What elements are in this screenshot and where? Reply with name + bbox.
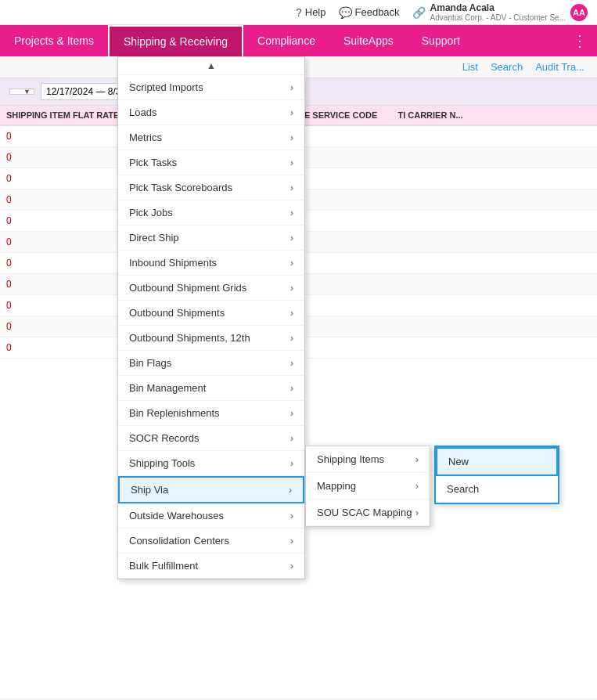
- menu-item-outboundshipments[interactable]: Outbound Shipments›: [118, 301, 304, 326]
- menu-item-binreplenishments[interactable]: Bin Replenishments›: [118, 401, 304, 426]
- submenu-item-shippingitems[interactable]: Shipping Items›: [306, 446, 430, 473]
- menu-item-bulkfulfillment[interactable]: Bulk Fulfillment›: [118, 554, 304, 579]
- chevron-right-icon: ›: [290, 358, 293, 369]
- menu-item-label: Inbound Shipments: [129, 257, 217, 269]
- submenu-item-label: SOU SCAC Mapping: [317, 507, 412, 518]
- sidebar-item-suiteapps[interactable]: SuiteApps: [329, 25, 408, 56]
- submenu-shipping-items: NewSearch: [434, 446, 559, 504]
- submenu3-item-new[interactable]: New: [436, 447, 558, 476]
- cell-flat-rate: 0: [0, 256, 117, 270]
- sidebar-item-support[interactable]: Support: [408, 25, 474, 56]
- search-link[interactable]: Search: [491, 61, 523, 73]
- cell-flat-rate: 0: [0, 298, 117, 312]
- menu-item-inboundshipments[interactable]: Inbound Shipments›: [118, 251, 304, 276]
- chevron-right-icon: ›: [290, 182, 293, 193]
- chevron-right-icon: ›: [290, 107, 293, 118]
- menu-item-label: Outbound Shipments: [129, 307, 225, 319]
- menu-item-label: Pick Jobs: [129, 207, 173, 218]
- chevron-right-icon: ›: [289, 485, 292, 496]
- menu-item-picktasks[interactable]: Pick Tasks›: [118, 150, 304, 175]
- chevron-right-icon: ›: [290, 233, 293, 244]
- sidebar-item-projects-items[interactable]: Projects & Items: [0, 25, 108, 56]
- chevron-right-icon: ›: [290, 561, 293, 572]
- cell-flat-rate: 0: [0, 277, 117, 291]
- col-header-carrier-n: TI CARRIER N...: [391, 110, 485, 120]
- menu-item-consolidationcenters[interactable]: Consolidation Centers›: [118, 529, 304, 554]
- menu-item-loads[interactable]: Loads›: [118, 100, 304, 125]
- user-info: 🔗 Amanda Acala Advantus Corp. - ADV - Cu…: [412, 2, 588, 22]
- chevron-right-icon: ›: [415, 507, 419, 518]
- chevron-right-icon: ›: [290, 458, 293, 469]
- help-icon: ?: [296, 6, 302, 19]
- menu-item-label: Pick Task Scoreboards: [129, 182, 232, 193]
- chevron-right-icon: ›: [290, 433, 293, 444]
- submenu-item-label: Mapping: [317, 480, 356, 492]
- menu-item-socrrecords[interactable]: SOCR Records›: [118, 426, 304, 451]
- avatar: AA: [570, 4, 588, 21]
- cell-flat-rate: 0: [0, 319, 117, 334]
- sidebar-item-shipping-receiving[interactable]: Shipping & Receiving: [108, 25, 243, 56]
- submenu-item-label: Shipping Items: [317, 453, 384, 465]
- menu-item-label: Scripted Imports: [129, 81, 203, 93]
- user-connect-icon: 🔗: [412, 6, 426, 19]
- menu-item-label: Bin Flags: [129, 357, 171, 369]
- menu-item-binmanagement[interactable]: Bin Management›: [118, 376, 304, 401]
- user-name: Amanda Acala: [430, 2, 566, 13]
- submenu3-item-label: Search: [447, 483, 479, 495]
- menu-item-binflags[interactable]: Bin Flags›: [118, 351, 304, 376]
- cell-carrier-n: [383, 135, 477, 138]
- menu-item-label: Bin Replenishments: [129, 407, 220, 419]
- sidebar-item-compliance[interactable]: Compliance: [243, 25, 329, 56]
- menu-item-metrics[interactable]: Metrics›: [118, 125, 304, 150]
- menu-item-label: Outbound Shipment Grids: [129, 282, 246, 294]
- cell-carrier-n: [383, 198, 477, 201]
- chevron-right-icon: ›: [290, 132, 293, 143]
- menu-item-picktaskscoreboards[interactable]: Pick Task Scoreboards›: [118, 175, 304, 200]
- feedback-icon: 💬: [339, 6, 352, 19]
- list-link[interactable]: List: [462, 61, 478, 73]
- help-button[interactable]: ? Help: [296, 6, 326, 19]
- menu-item-label: Metrics: [129, 132, 162, 143]
- audit-trail-link[interactable]: Audit Tra...: [535, 61, 584, 73]
- feedback-button[interactable]: 💬 Feedback: [339, 6, 400, 19]
- cell-carrier-n: [383, 325, 477, 328]
- menu-item-directship[interactable]: Direct Ship›: [118, 226, 304, 251]
- chevron-right-icon: ›: [290, 308, 293, 319]
- menu-arrow-up: ▲: [118, 57, 304, 75]
- cell-carrier-n: [383, 240, 477, 244]
- chevron-right-icon: ›: [290, 207, 293, 218]
- user-subtitle: Advantus Corp. - ADV - Customer Se...: [430, 13, 566, 22]
- top-bar: ? Help 💬 Feedback 🔗 Amanda Acala Advantu…: [0, 0, 597, 25]
- menu-item-shipvia[interactable]: Ship Via›: [118, 476, 304, 503]
- chevron-right-icon: ›: [290, 283, 293, 294]
- submenu3-item-search[interactable]: Search: [436, 476, 558, 503]
- cell-carrier-n: [383, 219, 477, 222]
- nav-more-button[interactable]: ⋮: [563, 25, 597, 56]
- menu-item-label: Bulk Fulfillment: [129, 560, 198, 572]
- cell-carrier-n: [383, 304, 477, 307]
- menu-item-outboundshipmentgrids[interactable]: Outbound Shipment Grids›: [118, 276, 304, 301]
- menu-item-pickjobs[interactable]: Pick Jobs›: [118, 200, 304, 226]
- user-details: Amanda Acala Advantus Corp. - ADV - Cust…: [430, 2, 566, 22]
- menu-item-label: Loads: [129, 106, 156, 118]
- menu-item-label: Pick Tasks: [129, 157, 177, 168]
- menu-item-label: Ship Via: [131, 484, 168, 496]
- menu-item-label: Outbound Shipments, 12th: [129, 332, 250, 344]
- menu-item-outboundshipments,12th[interactable]: Outbound Shipments, 12th›: [118, 326, 304, 351]
- cell-flat-rate: 0: [0, 193, 117, 207]
- submenu-item-mapping[interactable]: Mapping›: [306, 473, 430, 500]
- filter-dropdown[interactable]: [9, 88, 34, 95]
- feedback-label: Feedback: [355, 6, 400, 18]
- cell-flat-rate: 0: [0, 129, 117, 143]
- chevron-right-icon: ›: [290, 383, 293, 394]
- menu-item-scriptedimports[interactable]: Scripted Imports›: [118, 75, 304, 100]
- submenu3-item-label: New: [448, 456, 469, 467]
- col-header-flat-rate: SHIPPING ITEM FLAT RATE: [0, 110, 125, 120]
- menu-item-label: SOCR Records: [129, 432, 200, 444]
- submenu-item-souscacmapping[interactable]: SOU SCAC Mapping›: [306, 500, 430, 526]
- chevron-right-icon: ›: [290, 82, 293, 93]
- chevron-right-icon: ›: [415, 481, 419, 492]
- menu-item-shippingtools[interactable]: Shipping Tools›: [118, 451, 304, 476]
- dropdown-menu: ▲ Scripted Imports›Loads›Metrics›Pick Ta…: [117, 56, 305, 579]
- menu-item-outsidewarehouses[interactable]: Outside Warehouses›: [118, 503, 304, 529]
